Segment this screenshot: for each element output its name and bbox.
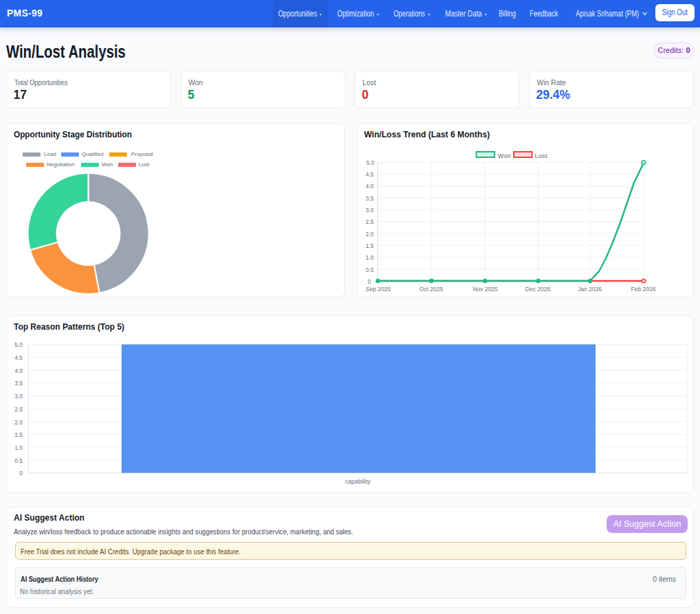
svg-text:Lost: Lost — [535, 152, 547, 159]
svg-text:Won: Won — [498, 152, 511, 159]
